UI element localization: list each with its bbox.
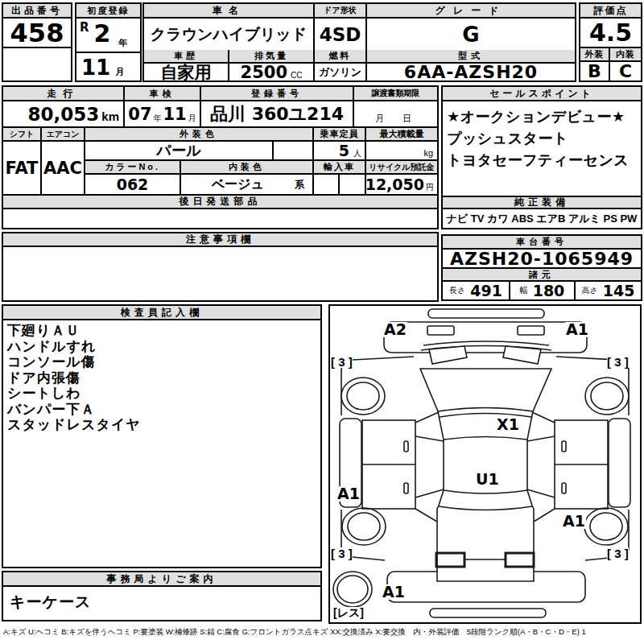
reg-no-header: 登録番号 bbox=[201, 87, 354, 101]
auction-no-box: 出品番号 458 bbox=[2, 2, 72, 82]
grade-header: グレード bbox=[367, 4, 575, 19]
height-label: 高さ bbox=[582, 285, 598, 296]
door-header: ドア形状 bbox=[315, 4, 365, 19]
first-reg-month: 11 月 bbox=[76, 55, 140, 80]
displacement-header: 排気量 bbox=[229, 50, 313, 64]
ext-color-extra bbox=[274, 142, 314, 161]
damage-front-right: A1 bbox=[565, 322, 589, 337]
chassis-header: 車台番号 bbox=[443, 236, 641, 250]
ext-color-header: 外装色 bbox=[85, 128, 314, 142]
inspector-line: シートしわ bbox=[7, 386, 318, 402]
inspector-line: スタッドレスタイヤ bbox=[7, 417, 318, 433]
office-header: 事務局よりご案内 bbox=[3, 572, 320, 587]
transfer-header: 譲渡書類期限 bbox=[354, 87, 437, 101]
int-color-value: ベージュ 系 bbox=[181, 175, 314, 196]
inspector-line: 下廻りＡＵ bbox=[7, 323, 318, 339]
recycle-header: リサイクル預託金 bbox=[366, 161, 437, 175]
shift-value: FAT bbox=[3, 142, 42, 196]
sales-line: ★オークションデビュー★ bbox=[447, 106, 638, 128]
ext-color-value: パール bbox=[85, 142, 274, 161]
sales-lines: ★オークションデビュー★ プッシュスタート トヨタセーフティーセンス bbox=[447, 106, 638, 171]
specs-header: 諸元 bbox=[443, 269, 641, 282]
diagram-box: A2 A1 [ 3 ] [ 3 ] X1 U1 A1 A1 [ 3 ] [ 3 … bbox=[328, 304, 642, 624]
int-color-header: 内装色 bbox=[181, 161, 314, 175]
recycle-unit: 円 bbox=[426, 182, 434, 193]
max-load-value: kg bbox=[366, 142, 437, 161]
caution-box: 注意事項欄 bbox=[2, 232, 439, 302]
mileage-unit: km bbox=[101, 109, 119, 123]
inspector-line: コンソール傷 bbox=[7, 354, 318, 370]
sales-line: プッシュスタート bbox=[447, 128, 638, 150]
length-label: 長さ bbox=[449, 285, 465, 296]
score-box: 評価点 4.5 外装 内装 B C bbox=[579, 2, 642, 82]
length-value: 491 bbox=[470, 282, 502, 299]
auction-no-value: 458 bbox=[3, 19, 71, 48]
score-value: 4.5 bbox=[580, 19, 641, 48]
history-value: 自家用 bbox=[144, 64, 229, 80]
import-value-2 bbox=[340, 175, 366, 196]
inspection-month: 11 bbox=[163, 105, 187, 124]
auction-no-empty bbox=[3, 50, 71, 80]
fuel-header: 燃料 bbox=[315, 50, 365, 64]
import-header: 輸入車 bbox=[314, 161, 366, 175]
damage-side-left: A1 bbox=[336, 486, 361, 502]
color-no-header: カラーNo. bbox=[85, 161, 181, 175]
inspector-box: 検査員記入欄 下廻りＡＵ ハンドルすれ コンソール傷 ドア内張傷 シートしわ バ… bbox=[2, 304, 322, 568]
grade-value: G bbox=[367, 19, 575, 50]
mileage-value: 80,053 km bbox=[3, 101, 125, 128]
displacement-unit: CC bbox=[291, 71, 302, 80]
reg-month-value: 11 bbox=[81, 56, 110, 80]
damage-front-left: A2 bbox=[383, 322, 407, 337]
month-unit: 月 bbox=[115, 66, 124, 78]
capacity-number: 5 bbox=[339, 142, 349, 159]
width-value: 180 bbox=[533, 282, 565, 299]
int-color-name: ベージュ bbox=[181, 176, 295, 193]
damage-rear: A1 bbox=[382, 584, 406, 600]
interior-header: 内装 bbox=[610, 48, 641, 62]
inspection-value: 07 年 11 月 bbox=[125, 101, 201, 128]
caution-header: 注意事項欄 bbox=[3, 233, 437, 247]
reg-year-value: 2 bbox=[94, 19, 111, 47]
int-color-suffix: 系 bbox=[295, 178, 312, 192]
era-label: R bbox=[80, 20, 89, 35]
aircon-value: AAC bbox=[42, 142, 85, 196]
later-parts-value bbox=[3, 209, 437, 228]
tire-rear-right: [ 3 ] bbox=[607, 547, 629, 559]
damage-glass: X1 bbox=[496, 417, 520, 432]
inspector-line: バンパー下Ａ bbox=[7, 402, 318, 418]
sales-box: セールスポイント ★オークションデビュー★ プッシュスタート トヨタセーフティー… bbox=[441, 85, 642, 229]
tire-front-right: [ 3 ] bbox=[607, 356, 629, 368]
spec-length: 長さ 491 bbox=[443, 282, 510, 299]
door-value: 4SD bbox=[315, 19, 365, 50]
office-note: キーケース bbox=[10, 592, 91, 613]
capacity-unit: 人 bbox=[353, 148, 361, 159]
grade-box: グレード G 型式 6AA-AZSH20 bbox=[365, 2, 576, 82]
inspector-line: ドア内張傷 bbox=[7, 370, 318, 386]
later-parts-header: 後日発送部品 bbox=[3, 196, 437, 209]
spec-height: 高さ 145 bbox=[576, 282, 641, 299]
inspection-year: 07 bbox=[128, 105, 151, 124]
spec-width: 幅 180 bbox=[510, 282, 576, 299]
model-code-value: 6AA-AZSH20 bbox=[367, 64, 575, 80]
capacity-value: 5 人 bbox=[314, 142, 366, 161]
tire-front-left: [ 3 ] bbox=[331, 356, 353, 368]
sales-line: トヨタセーフティーセンス bbox=[447, 150, 638, 171]
footer-legend: A:キズ U:ヘコミ B:キズを伴うヘコミ P:要塗装 W:補修跡 S:錆 C:… bbox=[3, 627, 642, 638]
car-name-box: 車名 クラウンハイブリッド 車歴 排気量 自家用 2500 CC bbox=[142, 2, 315, 82]
recycle-number: 12,050 bbox=[366, 175, 424, 193]
car-name-value: クラウンハイブリッド bbox=[144, 19, 313, 50]
inspector-header: 検査員記入欄 bbox=[3, 306, 320, 320]
damage-side-right: A1 bbox=[562, 514, 586, 529]
score-header: 評価点 bbox=[580, 4, 641, 19]
chassis-value: AZSH20-1065949 bbox=[443, 250, 641, 269]
auction-sheet: 出品番号 458 初度登録 R 2 年 11 月 車名 クラウンハイブリッド 車… bbox=[0, 0, 644, 644]
recycle-value: 12,050 円 bbox=[366, 175, 437, 196]
equipment-value: ナビ TV カワ ABS エアB アルミ PS PW bbox=[443, 209, 641, 228]
exterior-header: 外装 bbox=[580, 48, 610, 62]
car-diagram bbox=[330, 306, 640, 622]
displacement-value: 2500 CC bbox=[229, 64, 313, 80]
fuel-value: ガソリン bbox=[315, 64, 365, 80]
year-unit: 年 bbox=[118, 37, 127, 49]
inspector-lines: 下廻りＡＵ ハンドルすれ コンソール傷 ドア内張傷 シートしわ バンパー下Ａ ス… bbox=[7, 323, 318, 433]
inspector-line: ハンドルすれ bbox=[7, 339, 318, 355]
